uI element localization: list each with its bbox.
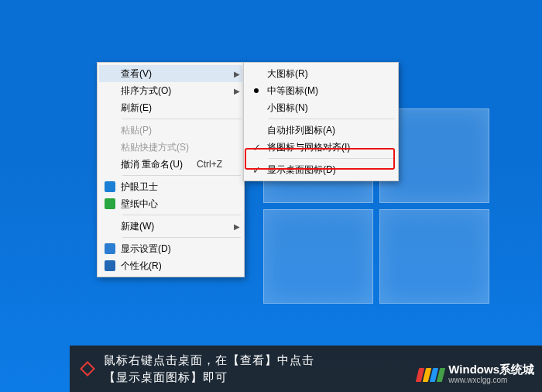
separator [122, 119, 241, 119]
paintbrush-icon [105, 260, 115, 271]
shield-icon [105, 181, 115, 192]
label: 刷新(E) [121, 101, 232, 115]
menu-item-show-desktop-icons[interactable]: ✓ 显示桌面图标(D) [245, 161, 396, 178]
monitor-icon [105, 243, 115, 254]
separator [122, 175, 241, 176]
menu-item-wallpaper[interactable]: 壁纸中心 [99, 195, 242, 212]
caption-text: 鼠标右键点击桌面，在【查看】中点击 【显示桌面图标】即可 [104, 352, 314, 386]
desktop-context-menu: 查看(V) ▶ 排序方式(O) ▶ 刷新(E) 粘贴(P) 粘贴快捷方式(S) … [97, 62, 245, 277]
menu-item-auto-arrange[interactable]: 自动排列图标(A) [245, 122, 396, 139]
label: 显示设置(D) [121, 242, 232, 256]
label: 粘贴快捷方式(S) [121, 141, 232, 154]
label: 粘贴(P) [121, 124, 232, 137]
shortcut: Ctrl+Z [197, 159, 232, 170]
menu-item-refresh[interactable]: 刷新(E) [99, 99, 242, 116]
separator [122, 215, 241, 215]
submenu-arrow-icon: ▶ [232, 222, 242, 231]
label: 个性化(R) [121, 260, 232, 273]
separator [122, 237, 241, 238]
menu-item-paste-shortcut: 粘贴快捷方式(S) [99, 139, 242, 156]
menu-item-personalize[interactable]: 个性化(R) [99, 257, 242, 274]
menu-item-sort[interactable]: 排序方式(O) ▶ [99, 82, 242, 99]
label: 新建(W) [121, 220, 232, 233]
picture-icon [105, 198, 115, 209]
menu-item-paste: 粘贴(P) [99, 122, 242, 139]
submenu-arrow-icon: ▶ [232, 70, 242, 78]
label: 大图标(R) [267, 67, 386, 81]
radio-bullet-icon [254, 88, 259, 93]
brand-flag-icon [417, 368, 444, 382]
checkmark-icon: ✓ [252, 164, 261, 176]
label: 排序方式(O) [121, 84, 232, 98]
label: 自动排列图标(A) [267, 124, 386, 137]
menu-item-undo-rename[interactable]: 撤消 重命名(U) Ctrl+Z [99, 156, 242, 173]
submenu-arrow-icon: ▶ [232, 87, 242, 95]
label: 小图标(N) [267, 101, 386, 115]
menu-item-medium-icons[interactable]: 中等图标(M) [245, 82, 396, 99]
logo-pane [263, 209, 373, 304]
menu-item-small-icons[interactable]: 小图标(N) [245, 99, 396, 116]
caption-line: 【显示桌面图标】即可 [104, 369, 314, 386]
watermark-brand: Windows系统城 www.wxclgg.com [417, 364, 534, 386]
label: 显示桌面图标(D) [267, 163, 386, 177]
logo-pane [379, 209, 489, 304]
menu-item-display-settings[interactable]: 显示设置(D) [99, 240, 242, 257]
windows-desktop[interactable]: 查看(V) ▶ 排序方式(O) ▶ 刷新(E) 粘贴(P) 粘贴快捷方式(S) … [0, 0, 542, 392]
separator [269, 158, 395, 159]
label: 壁纸中心 [121, 198, 232, 211]
menu-item-view[interactable]: 查看(V) ▶ [99, 65, 242, 82]
menu-item-new[interactable]: 新建(W) ▶ [99, 218, 242, 235]
checkmark-icon: ✓ [252, 142, 261, 153]
label: 将图标与网格对齐(I) [267, 141, 386, 154]
label: 中等图标(M) [267, 84, 386, 98]
label: 撤消 重命名(U) [121, 158, 197, 171]
menu-item-huyan[interactable]: 护眼卫士 [99, 178, 242, 195]
label: 护眼卫士 [121, 181, 232, 194]
brand-name: Windows系统城 [448, 364, 534, 375]
label: 查看(V) [121, 67, 232, 81]
separator [269, 119, 395, 119]
menu-item-large-icons[interactable]: 大图标(R) [245, 65, 396, 82]
menu-item-align-to-grid[interactable]: ✓ 将图标与网格对齐(I) [245, 139, 396, 156]
view-submenu: 大图标(R) 中等图标(M) 小图标(N) 自动排列图标(A) ✓ 将图标与网格… [243, 62, 399, 181]
caption-bullet-icon [80, 361, 95, 377]
caption-line: 鼠标右键点击桌面，在【查看】中点击 [104, 352, 314, 369]
brand-url: www.wxclgg.com [448, 375, 534, 386]
